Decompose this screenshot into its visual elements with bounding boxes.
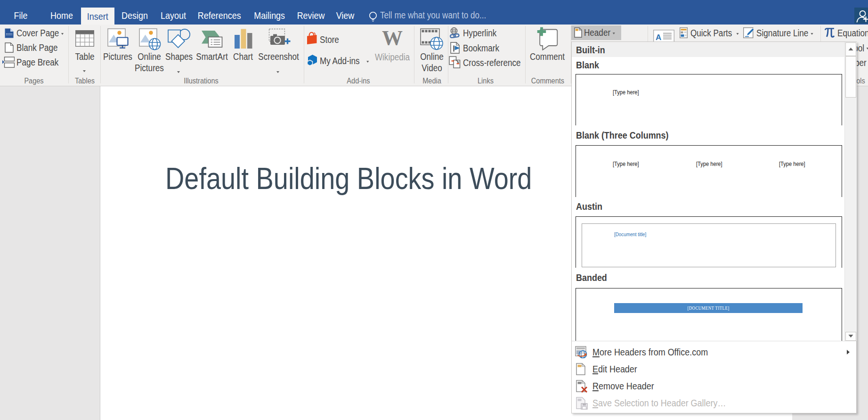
svg-text:A: A — [656, 33, 661, 42]
